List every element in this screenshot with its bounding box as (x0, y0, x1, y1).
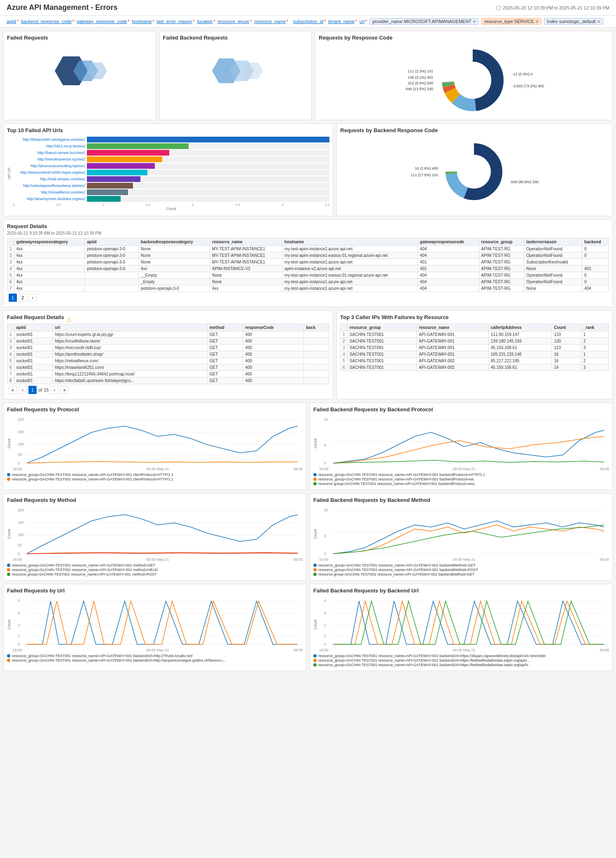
svg-text:0: 0 (324, 552, 326, 556)
close-icon[interactable]: ✕ (473, 19, 476, 24)
table-row: 3 socket01 https://microsoft.ntdtl.top/ … (7, 345, 329, 351)
failed-requests-chart (7, 44, 152, 110)
chart-legend: resource_group=SACHIN-TEST001 resource_n… (313, 473, 609, 486)
failed-details-header: Failed Request Details △ (7, 314, 329, 324)
svg-text:0: 0 (18, 642, 20, 646)
svg-text:150: 150 (18, 430, 24, 434)
close-icon[interactable]: ✕ (597, 19, 600, 24)
time-axis: 16:0000:00 May 2108:00 (319, 557, 609, 562)
failed-details-table-container: apiid url method responseCode back 1 soc… (7, 324, 329, 384)
table-row: 5 4xx __Empty None my-test-apim-instance… (7, 272, 609, 279)
filter-tag-index[interactable]: Index sumologic_default ✕ (544, 18, 603, 25)
bar-row-5: http://plusnovaconsulting.top/ws2 (13, 163, 329, 169)
filter-location[interactable]: location* (197, 19, 215, 24)
time-range: ◯ 2025-05-20 12:10:39 PM to 2025-05-21 1… (496, 5, 609, 10)
backend-response-code-title: Requests by Backend Response Code (340, 127, 609, 133)
page-next-btn[interactable]: › (28, 294, 37, 302)
line-charts-grid: Failed Requests by Protocol Count 200 15… (3, 403, 613, 671)
bar-row-10: http://anachymom.duckdns.org/ws2 (13, 196, 329, 202)
filter-last-error-reason[interactable]: last_error_reason* (156, 19, 194, 24)
filter-gateway-response-code[interactable]: gateway_response_code* (77, 19, 129, 24)
bar-row-1: http://bistano365.servegame.com/ws2 (13, 137, 329, 142)
failed-backend-by-method-chart: 15 5 0 (319, 506, 609, 556)
failed-backend-by-url-title: Failed Backend Requests by Backend Url (313, 588, 609, 594)
time-axis: 16:0000:00 May 2108:00 (319, 467, 609, 471)
filter-resource-name[interactable]: resource_name* (254, 19, 288, 24)
svg-text:2: 2 (324, 623, 326, 627)
table-row: 6 SACHIN-TEST001 API-GATEWAY-002 45.150.… (341, 364, 609, 371)
failed-backend-by-protocol-panel: Failed Backend Requests by Backend Proto… (310, 403, 613, 490)
failed-details-table: apiid url method responseCode back 1 soc… (7, 324, 329, 384)
response-code-title: Requests by Response Code (319, 35, 609, 41)
page-header: Azure API Management - Errors ◯ 2025-05-… (0, 0, 616, 16)
svg-text:1: 1 (324, 634, 326, 638)
top3-tbody: 1 SACHIN-TEST001 API-GATEWAY-001 111.90.… (341, 331, 609, 371)
table-row: 2 socket01 https://crusthdisow.store/ GE… (7, 338, 329, 345)
main-content: Failed Requests Failed Backend Requests (0, 28, 616, 678)
filter-resource-group[interactable]: resource_group* (217, 19, 252, 24)
request-details-title: Request Details (7, 223, 609, 229)
y-axis-label: Count (7, 597, 13, 652)
svg-text:200: 200 (18, 508, 24, 512)
y-axis-label: API Url (7, 137, 12, 211)
page-2-btn[interactable]: 2 (19, 294, 27, 302)
bar-chart-content: http://bistano365.servegame.com/ws2 http… (13, 137, 329, 211)
top3-table: resource_group resource_name callerIpAdd… (340, 324, 609, 371)
table-row: 7 socket01 https://king112212456-34842.p… (7, 371, 329, 378)
failed-backend-by-url-panel: Failed Backend Requests by Backend Url C… (310, 584, 613, 671)
failed-requests-panel: Failed Requests (3, 31, 156, 120)
filter-tag-resource-type[interactable]: resource_type SERVICE ✕ (481, 18, 541, 25)
table-header-row: gatewayresponsecategory apiid backendres… (7, 238, 609, 246)
page-last-btn[interactable]: » (60, 386, 68, 394)
svg-text:4: 4 (324, 599, 326, 603)
col-resource-group: resource_group (479, 238, 524, 246)
table-row: 7 4xx petstore-openapi-3-0 4xx my-test-a… (7, 285, 609, 292)
svg-text:5: 5 (324, 443, 326, 448)
page-1-btn[interactable]: 1 (9, 294, 17, 302)
filter-url[interactable]: url* (359, 19, 367, 24)
page-prev-btn[interactable]: ‹ (19, 386, 27, 394)
top10-api-urls-panel: Top 10 Failed API Urls API Url http://bi… (3, 124, 333, 216)
request-details-table: gatewayresponsecategory apiid backendres… (7, 238, 609, 292)
backend-donut-legend-right: -509 (80.8%) 200 (510, 158, 539, 185)
col-hostname: hostname (282, 238, 418, 246)
legend-dot (7, 478, 10, 481)
svg-text:0: 0 (324, 461, 326, 465)
response-code-panel: Requests by Response Code 111 (2.3%) 101… (315, 31, 613, 120)
legend-dot (7, 473, 10, 476)
time-axis: 16:0000:00 May 2108:00 (13, 557, 303, 562)
close-icon[interactable]: ✕ (535, 19, 539, 24)
page-next-btn[interactable]: › (50, 386, 58, 394)
col-gateway-cat: gatewayresponsecategory (14, 238, 85, 246)
failed-by-protocol-title: Failed Requests by Protocol (7, 406, 303, 413)
page-1-btn[interactable]: 1 (28, 386, 37, 394)
svg-text:200: 200 (18, 417, 24, 422)
bar-row-4: http://merolinaverxor.xyz/ws2 (13, 156, 329, 162)
response-code-legend-left: 111 (2.3%) 101 146 (3.1%) 401 312 (6.5%)… (384, 68, 433, 92)
page-first-btn[interactable]: « (9, 386, 17, 394)
failed-backend-requests-panel: Failed Backend Requests (159, 31, 312, 120)
table-row: 3 SACHIN-TEST001 API-GATEWAY-001 45.150.… (341, 345, 609, 351)
top3-title: Top 3 Caller IPs With Failures by Resour… (340, 314, 609, 320)
table-row: 1 socket01 https://court-experts.gl.at.p… (7, 331, 329, 338)
svg-text:100: 100 (18, 442, 24, 446)
filter-tag-provider[interactable]: provider_name MICROSOFT.APIMANAGEMENT ✕ (369, 18, 479, 25)
svg-text:50: 50 (18, 543, 22, 547)
col-backend-cat: backendresponsecategory (138, 238, 210, 246)
x-axis-label: Count (13, 207, 329, 211)
filter-subscription-id[interactable]: subscription_id* (293, 19, 326, 24)
bar-row-3: http://baruci.censer.buzz/ws2 (13, 150, 329, 156)
filter-apiid[interactable]: apiid* (7, 19, 19, 24)
y-axis-label: Count (7, 506, 13, 562)
top3-caller-ips-panel: Top 3 Caller IPs With Failures by Resour… (336, 310, 613, 399)
svg-text:0: 0 (324, 642, 326, 646)
filter-backend-response-code[interactable]: backend_response_code* (21, 19, 74, 24)
y-axis-label: Count (313, 416, 319, 471)
filter-tenant-name[interactable]: tenant_name* (328, 19, 357, 24)
chart-legend: resource_group=SACHIN-TEST001 resource_n… (313, 654, 609, 667)
failed-request-details-panel: Failed Request Details △ apiid url metho… (3, 310, 333, 399)
filter-hostname[interactable]: hostname* (132, 19, 154, 24)
bar-row-9: http://minadilerror.com/ws2 (13, 189, 329, 195)
failed-backend-requests-title: Failed Backend Requests (163, 35, 308, 41)
table-row: 8 socket01 https://ebc8a0a5.upstream.fis… (7, 378, 329, 384)
